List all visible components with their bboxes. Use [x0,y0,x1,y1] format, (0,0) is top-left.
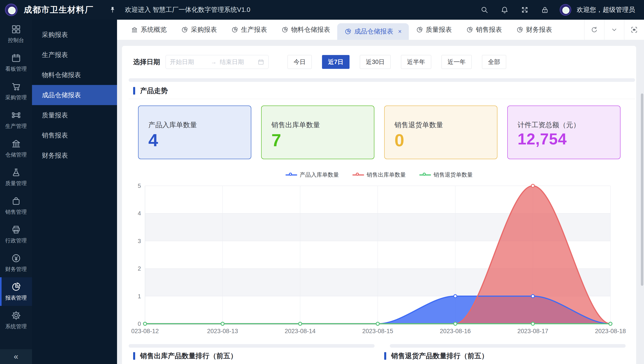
submenu-item-6[interactable]: 销售报表 [32,125,117,145]
system-gear-icon [11,310,21,320]
trend-line-chart[interactable]: 012345023-08-122023-08-132023-08-142023-… [145,181,610,338]
stat-card-4: 计件工资总额（元） 12,754 [507,106,620,159]
bell-icon[interactable] [501,6,509,14]
submenu-item-3[interactable]: 物料仓储报表 [32,65,117,85]
y-axis-tick-label: 5 [125,182,141,190]
main-area: 系统概览 采购报表 生产报表 物料仓储报表 成品仓储报表× 质量报表 销售报表 … [117,20,644,364]
range-button-3[interactable]: 近30日 [360,55,391,69]
refresh-icon[interactable] [584,20,604,40]
trend-section-title: 产品走势 [133,86,168,96]
tab-label: 质量报表 [426,25,452,34]
user-greeting: 欢迎您，超级管理员 [577,5,635,14]
submenu-item-2[interactable]: 生产报表 [32,45,117,65]
vertical-scrollbar-thumb[interactable] [641,94,643,286]
tab-6[interactable]: 质量报表 [409,20,459,40]
rail-item-label: 生产管理 [5,122,27,130]
range-button-5[interactable]: 近一年 [442,55,472,69]
title-accent-bar [133,87,135,94]
rail-item-label: 看板管理 [5,65,27,72]
range-button-6[interactable]: 全部 [482,55,506,69]
tab-7[interactable]: 销售报表 [459,20,509,40]
pie-icon [516,26,523,33]
legend-item-1[interactable]: 产品入库单数量 [285,171,339,178]
y-axis-tick-label: 1 [125,293,141,300]
rail-item-7[interactable]: 销售管理 [0,192,32,220]
divider [129,99,635,99]
dashboard-grid-icon [11,24,21,34]
submenu-item-4[interactable]: 成品仓储报表 [32,85,117,105]
rail-item-9[interactable]: 财务管理 [0,249,32,277]
rail-item-label: 仓储管理 [5,151,27,158]
rail-item-6[interactable]: 质量管理 [0,163,32,192]
submenu-item-1[interactable]: 采购报表 [32,24,117,45]
start-date-placeholder[interactable]: 开始日期 [170,58,208,66]
report-pie-icon [11,282,21,292]
pie-icon [344,28,352,35]
range-button-1[interactable]: 今日 [287,55,312,69]
range-button-4[interactable]: 近半年 [401,55,431,69]
rail-item-2[interactable]: 看板管理 [0,48,32,77]
tab-4[interactable]: 物料仓储报表 [274,20,337,40]
fullscreen-expand-icon[interactable] [521,6,529,14]
tab-toolbar [584,20,644,40]
legend-marker [285,172,297,177]
rail-item-8[interactable]: 行政管理 [0,220,32,249]
chevron-down-icon[interactable] [604,20,624,40]
page-content: 选择日期 开始日期 → 结束日期 今日近7日近30日近半年近一年全部 产品走势 … [117,40,644,364]
primary-sidebar: 控制台 看板管理 采购管理 生产管理 仓储管理 质量管理 销售管理 行政管理 财… [0,20,32,364]
app-header: 成都市卫生材料厂 欢迎进入 智慧工厂一体化数字管理系统V1.0 欢迎您，超级管理… [0,0,644,20]
rank-return-section-title: 销售退货产品数量排行（前五） [384,351,488,361]
tab-label: 成品仓储报表 [354,27,393,36]
cart-icon [11,82,21,92]
chart-canvas[interactable] [145,181,610,326]
rail-item-10[interactable]: 报表管理 [0,277,32,306]
range-button-2[interactable]: 近7日 [322,55,350,69]
tab-3[interactable]: 生产报表 [224,20,274,40]
rail-item-4[interactable]: 生产管理 [0,106,32,134]
x-axis-tick-label: 2023-08-15 [353,328,402,335]
date-range-input[interactable]: 开始日期 → 结束日期 [166,55,268,69]
rank-out-section-title: 销售出库产品数量排行（前五） [133,351,237,361]
rail-item-5[interactable]: 仓储管理 [0,134,32,163]
legend-item-3[interactable]: 销售退货单数量 [419,171,473,178]
rail-item-label: 销售管理 [5,208,27,216]
stat-card-value: 7 [271,130,281,150]
tab-2[interactable]: 采购报表 [174,20,224,40]
tab-5[interactable]: 成品仓储报表× [337,23,409,40]
company-logo [5,4,18,16]
stat-card-1: 产品入库单数量 4 [138,106,251,159]
pie-icon [281,26,288,33]
quick-range-buttons: 今日近7日近30日近半年近一年全部 [287,55,506,69]
lock-icon[interactable] [541,6,549,14]
y-axis-tick-label: 3 [125,238,141,244]
x-axis-tick-label: 2023-08-16 [431,328,480,335]
pie-icon [466,26,473,33]
submenu-item-5[interactable]: 质量报表 [32,105,117,125]
end-date-placeholder[interactable]: 结束日期 [220,58,257,66]
tab-label: 系统概览 [141,25,167,34]
legend-item-2[interactable]: 销售出库单数量 [353,171,406,178]
y-axis-tick-label: 4 [125,210,141,217]
sidebar-collapse-button[interactable]: « [0,349,32,364]
rail-item-11[interactable]: 系统管理 [0,306,32,334]
stat-card-label: 销售退货单数量 [395,120,443,130]
tab-close-icon[interactable]: × [398,28,402,35]
stat-card-value: 4 [148,130,158,150]
maximize-icon[interactable] [624,20,644,40]
tab-1[interactable]: 系统概览 [124,20,174,40]
legend-marker [419,172,431,177]
bank-icon [131,26,138,33]
search-icon[interactable] [480,6,488,14]
tab-label: 物料仓储报表 [291,25,330,34]
date-filter-label: 选择日期 [133,58,160,67]
rail-item-1[interactable]: 控制台 [0,20,32,48]
pin-icon[interactable] [109,6,116,14]
submenu-item-7[interactable]: 财务报表 [32,145,117,166]
pie-icon [231,26,238,33]
user-avatar[interactable] [560,4,571,16]
tab-8[interactable]: 财务报表 [509,20,559,40]
rail-item-3[interactable]: 采购管理 [0,77,32,106]
pie-icon [416,26,423,33]
section-scroll-strip [390,344,626,348]
x-axis-tick-label: 2023-08-13 [198,328,247,335]
